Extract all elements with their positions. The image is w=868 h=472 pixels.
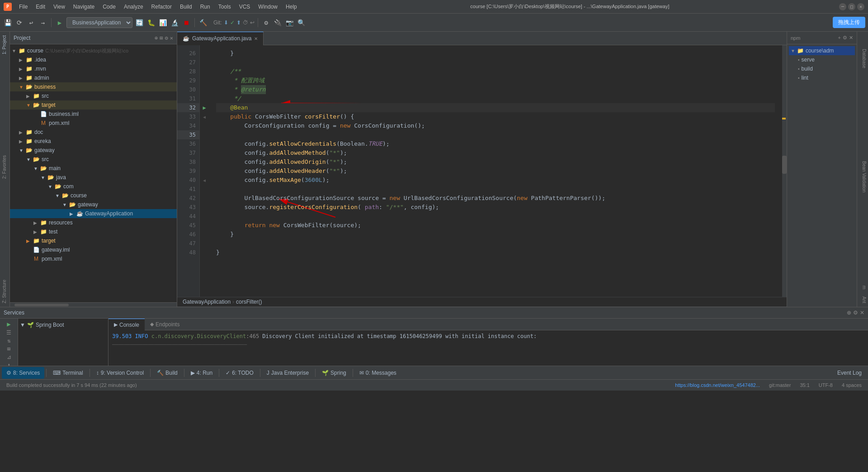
search-icon[interactable]: 🔍 [297,18,307,28]
horizontal-scrollbar[interactable] [10,302,177,307]
tab-close-button[interactable]: ✕ [254,36,258,41]
services-group-icon[interactable]: ⊞ [7,346,10,352]
tree-item-gateway-java[interactable]: ▼ 📂 java [10,173,177,182]
npm-item-serve[interactable]: • serve [789,55,855,64]
taskbar-btn-todo[interactable]: ✓ 6: TODO [221,367,258,379]
services-deploy-icon[interactable]: ⬆ [7,362,10,366]
menu-file[interactable]: File [15,3,31,11]
git-revert-icon[interactable]: ↩ [250,19,255,26]
npm-panel-settings-icon[interactable]: ⚙ [843,35,847,41]
menu-vcs[interactable]: VCS [236,3,254,11]
npm-item-build[interactable]: • build [789,64,855,73]
taskbar-btn-java-enterprise[interactable]: J Java Enterprise [262,367,313,379]
tree-item-gateway-iml[interactable]: ▶ 📄 gateway.iml [10,245,177,254]
coverage-icon[interactable]: 🔬 [170,18,179,28]
tree-item-gateway-gw[interactable]: ▼ 📂 gateway [10,200,177,209]
menu-tools[interactable]: Tools [215,3,235,11]
git-fetch-icon[interactable]: ⬇ [224,19,228,26]
services-run-icon[interactable]: ▶ [7,320,10,328]
settings-icon[interactable]: ⚙ [261,18,271,28]
git-push-icon[interactable]: ⬆ [236,19,241,26]
tree-item-idea[interactable]: ▶ 📁 .idea [10,55,177,64]
menu-edit[interactable]: Edit [32,3,49,11]
taskbar-btn-vcs[interactable]: ↕ 9: Version Control [92,367,148,379]
springboot-item[interactable]: ▼ 🌱 Spring Boot [20,320,106,329]
taskbar-btn-terminal[interactable]: ⌨ Terminal [48,367,87,379]
npm-panel-close-icon[interactable]: ✕ [849,35,853,41]
breadcrumb-cors-filter[interactable]: corsFilter() [236,299,262,305]
expand-icon[interactable]: ⊕ [847,310,851,316]
menu-analyze[interactable]: Analyze [120,3,147,11]
close-button[interactable]: ✕ [857,3,864,10]
tree-item-eureka[interactable]: ▶ 📁 eureka [10,137,177,146]
services-filter-icon[interactable]: ⊿ [7,354,11,360]
menu-help[interactable]: Help [282,3,301,11]
console-tab[interactable]: ▶ Console [108,319,145,331]
run-gutter-icon[interactable]: ▶ [203,105,206,111]
menu-refactor[interactable]: Refactor [148,3,175,11]
services-settings-icon[interactable]: ⚙ [853,310,858,316]
forward-icon[interactable]: → [38,18,48,28]
minimize-button[interactable]: ─ [839,3,846,10]
add-npm-icon[interactable]: + [838,35,841,41]
tree-item-gateway-app[interactable]: ▶ ☕ GatewayApplication [10,209,177,218]
project-settings-icon[interactable]: ⚙ [165,35,168,41]
stop-icon[interactable]: ⏹ [181,18,191,28]
breadcrumb-gateway-app[interactable]: GatewayApplication [183,299,231,305]
status-url[interactable]: https://blog.csdn.net/weixn_4547482... [672,380,763,391]
tree-item-business[interactable]: ▼ 📂 business [10,82,177,91]
tree-item-gateway-target[interactable]: ▶ 📁 target [10,236,177,245]
tree-item-gateway-src[interactable]: ▼ 📂 src [10,155,177,164]
status-git[interactable]: git:master [766,380,793,391]
taskbar-btn-services[interactable]: ⚙ 8: Services [2,367,44,379]
services-list-icon[interactable]: ☰ [6,329,11,336]
taskbar-btn-messages[interactable]: ✉ 0: Messages [355,367,401,379]
npm-item-lint[interactable]: • lint [789,73,855,82]
tree-item-course[interactable]: ▼ 📁 course C:\Users\罗小白\Desktop\视频网站\co [10,46,177,55]
right-vtab-bean-validation[interactable]: Bean Validation [857,157,868,196]
menu-window[interactable]: Window [255,3,281,11]
tree-item-admin[interactable]: ▶ 📁 admin [10,73,177,82]
services-sort-icon[interactable]: ⇅ [7,338,10,344]
tree-item-business-iml[interactable]: ▶ 📄 business.iml [10,110,177,119]
npm-item-course-adm[interactable]: ▼ 📁 course\adm [789,46,855,55]
tree-item-gateway-pom[interactable]: ▶ M pom.xml [10,254,177,263]
tree-item-gateway-com[interactable]: ▼ 📂 com [10,182,177,191]
expand-all-icon[interactable]: ⊞ [160,35,163,41]
screenshot-icon[interactable]: 📷 [285,18,295,28]
menu-run[interactable]: Run [197,3,214,11]
endpoints-tab[interactable]: ◆ Endpoints [145,319,185,331]
right-vtab-maven[interactable]: m [857,282,868,293]
undo-icon[interactable]: ↩ [26,18,36,28]
upload-button[interactable]: 拖拽上传 [833,17,865,28]
plugins-icon[interactable]: 🔌 [273,18,283,28]
status-spaces[interactable]: 4 spaces [839,380,864,391]
menu-view[interactable]: View [50,3,69,11]
run-config-dropdown[interactable]: BusinessApplication [66,17,132,28]
tree-item-gateway-resources[interactable]: ▶ 📁 resources [10,218,177,227]
taskbar-btn-run[interactable]: ▶ 4: Run [186,367,217,379]
taskbar-btn-spring[interactable]: 🌱 Spring [317,367,351,379]
code-content[interactable]: } /** * 配置跨域 * @return */ @Bean public C… [209,45,782,297]
debug-icon[interactable]: 🐛 [146,18,156,28]
menu-code[interactable]: Code [99,3,119,11]
run-config-icon[interactable]: ▶ [55,18,65,28]
menu-build[interactable]: Build [176,3,196,11]
save-icon[interactable]: 💾 [3,18,13,28]
status-encoding[interactable]: UTF-8 [816,380,835,391]
sync-icon[interactable]: ⟳ [14,18,24,28]
refresh-icon[interactable]: 🔄 [134,18,144,28]
left-tab-structure[interactable]: Z: Structure [0,276,9,307]
status-build[interactable]: Build completed successfully in 7 s 94 m… [4,380,140,391]
menu-navigate[interactable]: Navigate [70,3,98,11]
git-check-icon[interactable]: ✓ [230,19,235,26]
tree-item-mvn[interactable]: ▶ 📁 .mvn [10,64,177,73]
git-history-icon[interactable]: ⏱ [243,19,248,26]
close-panel-icon[interactable]: ✕ [170,35,173,41]
left-tab-project[interactable]: 1: Project [0,32,9,58]
left-tab-favorites[interactable]: 2: Favorites [0,152,9,182]
tree-item-gateway-course[interactable]: ▼ 📂 course [10,191,177,200]
right-vtab-database[interactable]: Database [857,45,868,72]
build-icon[interactable]: 🔨 [198,18,208,28]
tree-item-business-pom[interactable]: ▶ M pom.xml [10,119,177,128]
